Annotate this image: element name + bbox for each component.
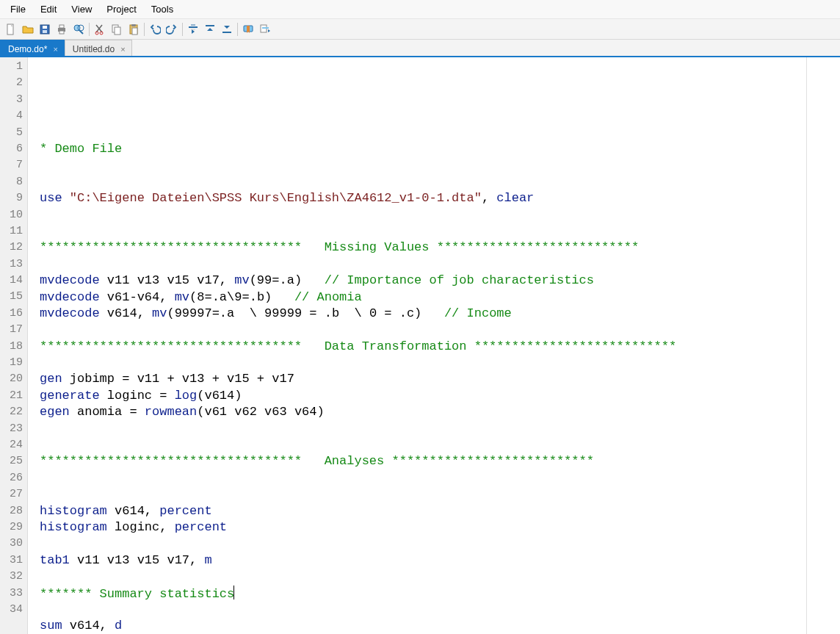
menu-file[interactable]: File (3, 1, 33, 17)
cut-icon[interactable] (92, 21, 108, 37)
code-line[interactable]: * Demo File (40, 141, 840, 157)
line-number: 19 (0, 355, 23, 371)
code-line[interactable]: use "C:\Eigene Dateien\SPSS Kurs\English… (40, 190, 840, 206)
line-number: 32 (0, 569, 23, 585)
code-line[interactable] (40, 322, 840, 338)
code-line[interactable] (40, 157, 840, 173)
code-line[interactable]: mvdecode v11 v13 v15 v17, mv(99=.a) // I… (40, 273, 840, 289)
line-number: 30 (0, 536, 23, 552)
code-line[interactable]: ******* Summary statistics (40, 586, 840, 602)
open-file-icon[interactable] (20, 21, 36, 37)
new-file-icon[interactable] (3, 21, 19, 37)
code-token: mv (175, 290, 189, 304)
code-line[interactable] (40, 355, 840, 371)
code-line[interactable] (40, 207, 840, 223)
code-token: rowmean (145, 405, 197, 419)
svg-rect-3 (43, 30, 47, 33)
code-area[interactable]: * Demo File use "C:\Eigene Dateien\SPSS … (28, 57, 840, 634)
code-line[interactable]: egen anomia = rowmean(v61 v62 v63 v64) (40, 404, 840, 420)
code-editor[interactable]: 1234567891011121314151617181920212223242… (0, 57, 840, 634)
line-number: 10 (0, 207, 23, 223)
code-line[interactable]: *********************************** Data… (40, 339, 840, 355)
tab-demo-do[interactable]: Demo.do* × (0, 40, 65, 56)
run-from-cursor-icon[interactable] (219, 21, 235, 37)
text-caret (233, 586, 234, 599)
line-number: 16 (0, 306, 23, 322)
code-token: v614, (107, 504, 159, 518)
code-token: percent (175, 520, 227, 534)
code-line[interactable] (40, 437, 840, 453)
close-icon[interactable]: × (53, 45, 57, 54)
line-number: 14 (0, 273, 23, 289)
paste-icon[interactable] (126, 21, 142, 37)
code-token: ******* Summary statistics (40, 587, 234, 601)
code-token: , (482, 191, 496, 205)
code-line[interactable]: tab1 v11 v13 v15 v17, m (40, 552, 840, 569)
copy-icon[interactable] (109, 21, 125, 37)
toolbar-separator (144, 23, 145, 36)
find-icon[interactable] (70, 21, 87, 37)
undo-icon[interactable] (147, 21, 163, 37)
code-line[interactable]: histogram loginc, percent (40, 519, 840, 536)
code-token: percent (159, 504, 211, 518)
redo-icon[interactable] (164, 21, 180, 37)
svg-rect-5 (59, 25, 64, 28)
print-margin-guide (806, 57, 807, 634)
code-line[interactable] (40, 223, 840, 239)
line-number: 15 (0, 289, 23, 305)
line-number: 1 (0, 59, 23, 75)
code-line[interactable] (40, 256, 840, 273)
code-token: mv (152, 306, 167, 320)
code-line[interactable] (40, 125, 840, 141)
code-token: // Income (444, 306, 512, 320)
code-token: generate (40, 389, 100, 403)
code-line[interactable] (40, 569, 840, 585)
code-line[interactable]: histogram v614, percent (40, 503, 840, 519)
code-line[interactable]: mvdecode v614, mv(99997=.a \ 99999 = .b … (40, 306, 840, 322)
code-line[interactable]: *********************************** Anal… (40, 453, 840, 469)
code-line[interactable]: generate loginc = log(v614) (40, 388, 840, 404)
line-number: 18 (0, 339, 23, 355)
line-number: 8 (0, 174, 23, 190)
svg-rect-2 (43, 26, 47, 29)
code-token: histogram (40, 504, 107, 518)
code-line[interactable]: sum v614, d (40, 618, 840, 634)
code-line[interactable] (40, 486, 840, 502)
code-line[interactable]: *********************************** Miss… (40, 239, 840, 256)
code-token: mv (234, 273, 249, 287)
code-line[interactable] (40, 470, 840, 486)
code-token: "C:\Eigene Dateien\SPSS Kurs\English\ZA4… (70, 191, 482, 205)
tab-label: Demo.do* (8, 44, 47, 54)
line-number: 5 (0, 125, 23, 141)
close-icon[interactable]: × (120, 45, 125, 54)
code-token: v11 v13 v15 v17, (100, 273, 235, 287)
code-line[interactable] (40, 602, 840, 618)
code-token: jobimp = v11 + v13 + v15 + v17 (62, 372, 294, 386)
line-number: 23 (0, 421, 23, 437)
run-selection-icon[interactable] (185, 21, 201, 37)
code-token: anomia = (70, 405, 145, 419)
save-icon[interactable] (37, 21, 53, 37)
bookmark-next-icon[interactable] (257, 21, 273, 37)
code-token: (99=.a) (250, 273, 325, 287)
code-line[interactable] (40, 536, 840, 552)
code-line[interactable]: gen jobimp = v11 + v13 + v15 + v17 (40, 371, 840, 387)
code-line[interactable]: mvdecode v61-v64, mv(8=.a\9=.b) // Anomi… (40, 289, 840, 306)
code-token: *********************************** Anal… (40, 454, 594, 468)
code-line[interactable] (40, 108, 840, 124)
menu-tools[interactable]: Tools (144, 1, 181, 17)
tab-untitled-do[interactable]: Untitled.do × (65, 40, 132, 56)
code-line[interactable] (40, 174, 840, 190)
line-number: 33 (0, 586, 23, 602)
code-token: v614, (62, 619, 115, 633)
bookmark-toggle-icon[interactable] (240, 21, 256, 37)
code-line[interactable] (40, 421, 840, 437)
print-icon[interactable] (54, 21, 70, 37)
code-token: mvdecode (40, 273, 100, 287)
menu-project[interactable]: Project (99, 1, 143, 17)
run-to-cursor-icon[interactable] (202, 21, 218, 37)
menu-edit[interactable]: Edit (33, 1, 64, 17)
line-number: 2 (0, 75, 23, 91)
code-token: clear (496, 191, 534, 205)
menu-view[interactable]: View (64, 1, 99, 17)
